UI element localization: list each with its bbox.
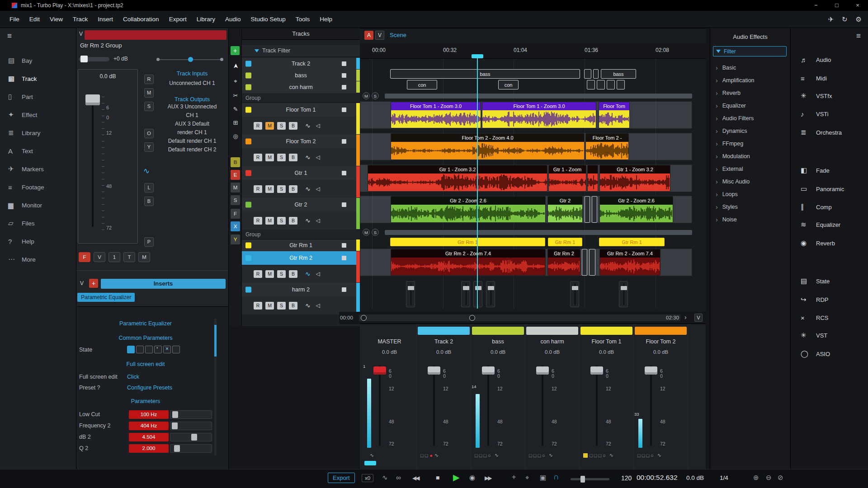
track-outputs-title[interactable]: Track Outputs (158, 96, 226, 103)
group-solo-button[interactable]: S (372, 229, 379, 236)
mixer-fader[interactable]: 1 6 0 12 48 72 (363, 363, 416, 449)
track-name-row[interactable]: Floor Tom 2 (242, 135, 360, 148)
audio-clip[interactable]: ... (587, 165, 598, 192)
track-mini-button[interactable] (342, 256, 346, 260)
effect-category[interactable]: › Dynamics (710, 125, 790, 137)
right-sidebar-item[interactable]: ▤ State (791, 274, 868, 288)
channel-side-button[interactable]: Y (144, 142, 154, 152)
automation-curve-icon[interactable]: ∿ (305, 185, 311, 192)
record-arm-button[interactable]: R (254, 270, 262, 278)
menu-item[interactable]: Tools (291, 11, 315, 28)
channel-side-button[interactable]: B (144, 197, 154, 206)
fader-handle[interactable] (482, 366, 495, 375)
record-dot-icon[interactable]: ● (429, 453, 433, 458)
channel-side-button[interactable]: L (144, 183, 154, 192)
audio-clip[interactable]: Gtr 1 - Zoom (548, 165, 586, 192)
group-solo-button[interactable]: S (372, 92, 379, 99)
effect-category[interactable]: › Modulation (710, 150, 790, 163)
track-mini-button[interactable] (342, 139, 346, 144)
effects-filter-input[interactable]: Filter (713, 46, 787, 56)
mixer-channel[interactable]: Floor Tom 2 0.0 dB 33 6 0 12 48 72 (634, 324, 688, 469)
menu-item[interactable]: File (5, 11, 24, 28)
fader-handle[interactable] (85, 94, 100, 105)
group-mute-button[interactable]: M (363, 92, 370, 99)
channel-side-button[interactable]: S (144, 102, 154, 111)
automation-fader[interactable] (570, 281, 579, 307)
solo-button[interactable]: S (277, 270, 286, 278)
solo-button[interactable]: S (277, 122, 286, 130)
track-row[interactable]: Gtr Rm 2 R M S B ∿ ◁ (242, 251, 360, 283)
zoom-in-icon[interactable]: ⊕ (753, 474, 759, 482)
monitor-icon[interactable]: ∩ (553, 472, 559, 482)
audio-clip[interactable]: Floor Tom 2 - Zoom 4.0 (391, 133, 585, 160)
solo-button[interactable]: S (277, 154, 286, 161)
mute-button[interactable]: M (265, 185, 274, 193)
sidebar-item[interactable]: ▦ Track (0, 70, 76, 88)
channel-mode-button[interactable]: T (123, 252, 135, 262)
channel-mode-button[interactable]: F (79, 252, 90, 262)
stop-box-icon[interactable]: ▣ (540, 474, 546, 482)
automation-fader-handle[interactable] (408, 286, 414, 290)
sidebar-item[interactable]: ? Help (0, 232, 76, 250)
master-db-value[interactable]: 0.0 dB (686, 474, 704, 481)
speaker-icon[interactable]: ◁ (316, 154, 320, 160)
state-checkbox[interactable] (145, 346, 153, 353)
mixer-channel-icons[interactable]: □ □ □ ○ ∿ (637, 452, 687, 458)
group-bar[interactable] (385, 230, 692, 235)
automation-fader[interactable] (486, 281, 495, 307)
channel-fader[interactable]: 0.0 dB 60124872 (78, 69, 138, 244)
time-ruler[interactable] (360, 43, 706, 59)
mixer-fader[interactable]: 6 0 12 48 72 (417, 363, 471, 449)
solo-button[interactable]: S (277, 185, 286, 193)
mixer-channel[interactable]: bass 0.0 dB 14 6 0 12 48 72 (471, 324, 525, 469)
track-mini-button[interactable] (342, 243, 346, 248)
menu-item[interactable]: Edit (24, 11, 45, 28)
menu-item[interactable]: Help (315, 11, 337, 28)
state-checkbox[interactable] (127, 346, 135, 353)
channel-mode-button[interactable]: V (94, 252, 105, 262)
mixer-channel[interactable]: con harm 0.0 dB 6 0 12 48 72 (525, 324, 580, 469)
multiplier-button[interactable]: x0 (362, 474, 373, 482)
track-row[interactable]: con harm R M S B ∿ ◁ (242, 81, 360, 93)
menu-item[interactable]: Export (164, 11, 192, 28)
mixer-fader[interactable]: 6 0 12 48 72 (580, 363, 633, 449)
menu-item[interactable]: Track (68, 11, 93, 28)
automation-fader[interactable] (461, 281, 470, 307)
tool-letter-button[interactable]: F (231, 209, 240, 219)
mixer-channel[interactable]: MASTER 0.0 dB 1 6 0 12 48 72 (363, 324, 417, 469)
hamburger-icon[interactable]: ≡ (856, 32, 861, 41)
zoom-fit-icon[interactable]: ⊘ (778, 474, 783, 482)
bypass-button[interactable]: B (289, 270, 297, 278)
scroll-next-icon[interactable]: › (684, 314, 687, 321)
track-filter[interactable]: Track Filter (242, 45, 360, 56)
timeline-scrollbar[interactable]: 00:00 02:30 › V (339, 312, 706, 324)
group-bar[interactable] (385, 94, 692, 99)
right-sidebar-item[interactable]: ↪ RDP (791, 293, 868, 306)
effect-category[interactable]: › Noise (710, 213, 790, 226)
midi-clip[interactable] (584, 69, 591, 79)
mixer-channel-color[interactable] (580, 327, 632, 335)
right-sidebar-item[interactable]: ▭ Panoramic (791, 182, 868, 196)
speaker-icon[interactable]: ◁ (316, 186, 320, 192)
effect-category[interactable]: › FFmpeg (710, 137, 790, 150)
preset-configure-link[interactable]: Configure Presets (127, 385, 172, 391)
tool-letter-button[interactable]: X (231, 221, 240, 231)
automation-fader-handle[interactable] (572, 286, 578, 290)
locate-icon[interactable]: ⌖ (525, 474, 529, 482)
effect-category[interactable]: › Styles (710, 201, 790, 213)
track-name-row[interactable]: harm 2 (242, 283, 360, 296)
automation-curve-icon[interactable]: ∿ (305, 270, 311, 277)
scrollbar-range[interactable] (359, 314, 680, 321)
bypass-button[interactable]: B (289, 302, 297, 310)
audio-clip[interactable]: Gtr 2 (547, 196, 583, 223)
sync-icon[interactable]: ↻ (842, 15, 848, 23)
right-sidebar-item[interactable]: ≡ Midi (791, 71, 868, 85)
solo-button[interactable]: S (277, 302, 286, 310)
minimize-button[interactable]: − (806, 0, 826, 11)
sidebar-item[interactable]: ▤ Bay (0, 52, 76, 70)
mixer-channel-color[interactable] (472, 327, 524, 335)
state-checkbox[interactable] (154, 346, 162, 353)
mute-button[interactable]: M (265, 270, 274, 278)
right-sidebar-item[interactable]: ✳ VSTfx (791, 89, 868, 103)
inserts-header[interactable]: Inserts (101, 279, 226, 289)
